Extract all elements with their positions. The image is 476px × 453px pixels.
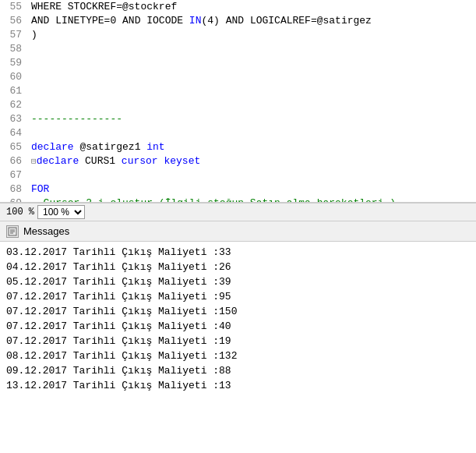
list-item: 07.12.2017 Tarihli Çıkış Maliyeti :95: [6, 289, 470, 304]
code-line: [28, 56, 476, 70]
code-line: WHERE STOCKREF=@stockref: [28, 0, 476, 14]
line-number: 62: [0, 98, 28, 112]
status-bar: 100 % 100 % 75 % 125 % 150 %: [0, 203, 476, 221]
table-row: 61: [0, 84, 476, 98]
code-text: WHERE STOCKREF=@stockref: [31, 1, 177, 12]
code-text: --Cursor 2 i oluştur (İlgili stoğun Satı…: [31, 197, 396, 203]
code-keyword: IN: [189, 15, 202, 27]
code-text: @satirgez1: [79, 141, 146, 153]
code-text: ---------------: [31, 113, 122, 125]
line-number: 61: [0, 84, 28, 98]
code-line: [28, 70, 476, 84]
line-number: 65: [0, 140, 28, 154]
line-number: 66: [0, 154, 28, 168]
code-keyword: declare: [37, 155, 85, 167]
zoom-label: 100 %: [6, 207, 34, 218]
code-line: [28, 126, 476, 140]
table-row: 69--Cursor 2 i oluştur (İlgili stoğun Sa…: [0, 196, 476, 203]
code-line: [28, 42, 476, 56]
code-text: AND IOCODE: [116, 15, 189, 27]
code-line: ): [28, 28, 476, 42]
line-number: 55: [0, 0, 28, 14]
list-item: 07.12.2017 Tarihli Çıkış Maliyeti :150: [6, 304, 470, 319]
code-text: ): [31, 29, 37, 41]
table-row: 55WHERE STOCKREF=@stockref: [0, 0, 476, 14]
line-number: 69: [0, 196, 28, 203]
table-row: 68FOR: [0, 182, 476, 196]
code-line: FOR: [28, 182, 476, 196]
table-row: 67: [0, 168, 476, 182]
code-text: FOR: [31, 183, 49, 195]
table-row: 62: [0, 98, 476, 112]
table-row: 58: [0, 42, 476, 56]
code-keyword: cursor: [122, 155, 164, 167]
list-item: 07.12.2017 Tarihli Çıkış Maliyeti :19: [6, 334, 470, 349]
messages-content: 03.12.2017 Tarihli Çıkış Maliyeti :3304.…: [0, 242, 476, 396]
code-editor[interactable]: 55WHERE STOCKREF=@stockref56AND LINETYPE…: [0, 0, 476, 203]
code-keyword: declare: [31, 141, 79, 153]
line-number: 57: [0, 28, 28, 42]
messages-header: Messages: [0, 221, 476, 242]
line-number: 59: [0, 56, 28, 70]
list-item: 03.12.2017 Tarihli Çıkış Maliyeti :33: [6, 245, 470, 260]
table-row: 63---------------: [0, 112, 476, 126]
list-item: 05.12.2017 Tarihli Çıkış Maliyeti :39: [6, 274, 470, 289]
code-line: ---------------: [28, 112, 476, 126]
code-line: ⊟declare CURS1 cursor keyset: [28, 154, 476, 168]
line-number: 63: [0, 112, 28, 126]
table-row: 60: [0, 70, 476, 84]
code-line: [28, 98, 476, 112]
table-row: 56AND LINETYPE=0 AND IOCODE IN(4) AND LO…: [0, 14, 476, 28]
code-line: [28, 168, 476, 182]
list-item: 09.12.2017 Tarihli Çıkış Maliyeti :88: [6, 363, 470, 378]
line-number: 56: [0, 14, 28, 28]
code-table: 55WHERE STOCKREF=@stockref56AND LINETYPE…: [0, 0, 476, 203]
line-number: 58: [0, 42, 28, 56]
table-row: 64: [0, 126, 476, 140]
table-row: 59: [0, 56, 476, 70]
code-line: AND LINETYPE=0 AND IOCODE IN(4) AND LOGI…: [28, 14, 476, 28]
code-text: AND LINETYPE=: [31, 15, 110, 27]
code-keyword: keyset: [164, 155, 200, 167]
expand-icon[interactable]: ⊟: [31, 157, 37, 166]
message-doc-icon: [8, 227, 17, 236]
messages-panel: Messages 03.12.2017 Tarihli Çıkış Maliye…: [0, 221, 476, 396]
list-item: 13.12.2017 Tarihli Çıkış Maliyeti :13: [6, 378, 470, 393]
code-line: [28, 84, 476, 98]
list-item: 07.12.2017 Tarihli Çıkış Maliyeti :40: [6, 319, 470, 334]
line-number: 68: [0, 182, 28, 196]
zoom-dropdown[interactable]: 100 % 75 % 125 % 150 %: [37, 205, 85, 219]
table-row: 57): [0, 28, 476, 42]
list-item: 04.12.2017 Tarihli Çıkış Maliyeti :26: [6, 260, 470, 274]
messages-title: Messages: [23, 225, 69, 237]
code-text: (4) AND LOGICALREF=@satirgez: [201, 15, 371, 27]
line-number: 60: [0, 70, 28, 84]
code-line: --Cursor 2 i oluştur (İlgili stoğun Satı…: [28, 196, 476, 203]
code-line: declare @satirgez1 int: [28, 140, 476, 154]
code-text: CURS1: [85, 155, 122, 167]
line-number: 64: [0, 126, 28, 140]
table-row: 66⊟declare CURS1 cursor keyset: [0, 154, 476, 168]
line-number: 67: [0, 168, 28, 182]
list-item: 08.12.2017 Tarihli Çıkış Maliyeti :132: [6, 349, 470, 363]
code-keyword: int: [146, 141, 164, 153]
messages-icon: [6, 225, 19, 238]
table-row: 65declare @satirgez1 int: [0, 140, 476, 154]
